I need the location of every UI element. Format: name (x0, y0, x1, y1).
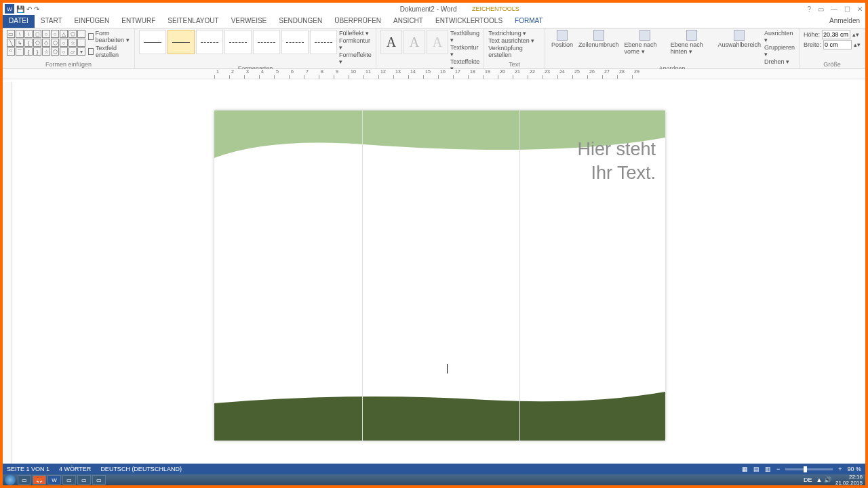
text-outline-button[interactable]: Textkontur ▾ (450, 44, 479, 58)
horizontal-ruler[interactable]: 1234567891011121314151617181920212223242… (3, 69, 865, 79)
task-app3[interactable]: ▭ (92, 475, 106, 485)
text-align-button[interactable]: Text ausrichten ▾ (488, 37, 540, 44)
zoom-in-button[interactable]: + (838, 466, 842, 472)
tab-format[interactable]: FORMAT (509, 15, 549, 28)
text-cursor (447, 364, 448, 373)
tab-ueberpruefen[interactable]: ÜBERPRÜFEN (328, 15, 387, 28)
send-backward-button[interactable]: Ebene nach hinten ▾ (669, 30, 715, 55)
selection-pane-button[interactable]: Auswahlbereich (715, 30, 763, 48)
ribbon-options-icon[interactable]: ▭ (818, 5, 824, 13)
wordart-gallery[interactable]: AAA (380, 30, 448, 54)
placeholder-text[interactable]: Hier steht Ihr Text. (577, 138, 656, 185)
document-title: Dokument2 - Word (400, 5, 457, 13)
text-direction-button[interactable]: Textrichtung ▾ (488, 30, 540, 37)
close-icon[interactable]: ✕ (857, 5, 863, 13)
group-button[interactable]: Gruppieren ▾ (764, 44, 795, 58)
tab-verweise[interactable]: VERWEISE (225, 15, 273, 28)
tray-time[interactable]: 22:16 (849, 474, 863, 480)
tray-lang[interactable]: DE (804, 476, 812, 483)
maximize-icon[interactable]: ☐ (844, 5, 850, 13)
group-size: Höhe:▴▾ Breite:▴▾ Größe (800, 28, 865, 68)
view-read-icon[interactable]: ▤ (753, 466, 760, 472)
align-button[interactable]: Ausrichten ▾ (764, 30, 795, 43)
task-explorer[interactable]: ▭ (18, 475, 31, 485)
group-text: Textrichtung ▾ Text ausrichten ▾ Verknüp… (484, 28, 545, 68)
ribbon: ▭\\◻○○△⬠ ╲↳{⬠◇⬡○☆ ᴳ⌒{}☆⬠○▱▾ Form bearbei… (3, 28, 865, 69)
width-spinner[interactable]: ▴▾ (854, 41, 861, 48)
title-bar: W 💾 ↶ ↷ Dokument2 - Word ZEICHENTOOLS ? … (3, 3, 865, 15)
tab-entwurf[interactable]: ENTWURF (115, 15, 161, 28)
bottom-shape (214, 386, 665, 441)
tab-entwickler[interactable]: ENTWICKLERTOOLS (429, 15, 509, 28)
task-app2[interactable]: ▭ (77, 475, 91, 485)
shape-fill-button[interactable]: Fülleffekt ▾ (339, 30, 372, 37)
tab-einfuegen[interactable]: EINFÜGEN (68, 15, 116, 28)
position-button[interactable]: Position (549, 30, 575, 48)
tab-ansicht[interactable]: ANSICHT (387, 15, 429, 28)
create-link-button[interactable]: Verknüpfung erstellen (488, 45, 540, 58)
tab-sendungen[interactable]: SENDUNGEN (273, 15, 328, 28)
shape-effects-button[interactable]: Formeffekte ▾ (339, 52, 372, 65)
task-firefox[interactable]: 🦊 (33, 475, 46, 485)
context-tab-title: ZEICHENTOOLS (472, 5, 519, 12)
tray-date[interactable]: 21.02.2015 (835, 481, 863, 486)
status-bar: SEITE 1 VON 1 4 WÖRTER DEUTSCH (DEUTSCHL… (3, 464, 865, 474)
help-icon[interactable]: ? (807, 5, 811, 13)
group-shapes: ▭\\◻○○△⬠ ╲↳{⬠◇⬡○☆ ᴳ⌒{}☆⬠○▱▾ Form bearbei… (3, 28, 135, 68)
minimize-icon[interactable]: — (831, 5, 837, 13)
view-print-icon[interactable]: ▦ (742, 466, 748, 472)
qat-redo-icon[interactable]: ↷ (34, 5, 39, 13)
edit-shape-button[interactable]: Form bearbeiten ▾ (88, 30, 130, 43)
width-input[interactable] (823, 40, 852, 49)
zoom-out-button[interactable]: − (776, 466, 780, 472)
shape-styles-gallery[interactable] (139, 30, 337, 54)
status-words[interactable]: 4 WÖRTER (59, 466, 91, 472)
rotate-button[interactable]: Drehen ▾ (764, 58, 795, 65)
zoom-slider[interactable] (785, 468, 833, 470)
task-app1[interactable]: ▭ (62, 475, 76, 485)
start-button[interactable] (5, 474, 16, 485)
group-wordart: AAA Textfüllung ▾ Textkontur ▾ Texteffek… (376, 28, 484, 68)
ribbon-tabs: DATEI START EINFÜGEN ENTWURF SEITENLAYOU… (3, 15, 865, 28)
vertical-ruler[interactable] (3, 82, 12, 464)
task-word[interactable]: W (47, 475, 61, 485)
view-web-icon[interactable]: ▥ (765, 466, 771, 472)
shape-outline-button[interactable]: Formkontur ▾ (339, 37, 372, 51)
word-icon: W (5, 4, 14, 14)
tray-icons[interactable]: ▲ 🔊 (816, 476, 831, 483)
bring-forward-button[interactable]: Ebene nach vorne ▾ (623, 30, 667, 55)
height-spinner[interactable]: ▴▾ (852, 31, 859, 38)
height-input[interactable] (822, 30, 850, 39)
group-arrange: Position Zeilenumbruch Ebene nach vorne … (545, 28, 800, 68)
status-page[interactable]: SEITE 1 VON 1 (7, 466, 50, 472)
text-fill-button[interactable]: Textfüllung ▾ (450, 30, 479, 43)
zoom-level[interactable]: 90 % (847, 466, 861, 472)
qat-undo-icon[interactable]: ↶ (26, 5, 32, 13)
page[interactable]: Hier steht Ihr Text. (214, 110, 665, 441)
textbox-button[interactable]: Textfeld erstellen (88, 45, 130, 58)
signin-link[interactable]: Anmelden (824, 15, 865, 28)
tab-start[interactable]: START (35, 15, 68, 28)
status-lang[interactable]: DEUTSCH (DEUTSCHLAND) (100, 466, 182, 472)
tab-datei[interactable]: DATEI (3, 15, 35, 28)
document-area[interactable]: Hier steht Ihr Text. (3, 82, 856, 464)
shapes-gallery[interactable]: ▭\\◻○○△⬠ ╲↳{⬠◇⬡○☆ ᴳ⌒{}☆⬠○▱▾ (7, 30, 85, 56)
taskbar: ▭ 🦊 W ▭ ▭ ▭ DE ▲ 🔊 22:16 21.02.2015 (3, 474, 865, 485)
fold-line-2 (519, 110, 520, 441)
wrap-button[interactable]: Zeilenumbruch (576, 30, 621, 48)
fold-line-1 (362, 110, 363, 441)
tab-seitenlayout[interactable]: SEITENLAYOUT (161, 15, 224, 28)
group-shape-styles: Fülleffekt ▾ Formkontur ▾ Formeffekte ▾ … (135, 28, 376, 68)
qat-save-icon[interactable]: 💾 (16, 5, 24, 13)
